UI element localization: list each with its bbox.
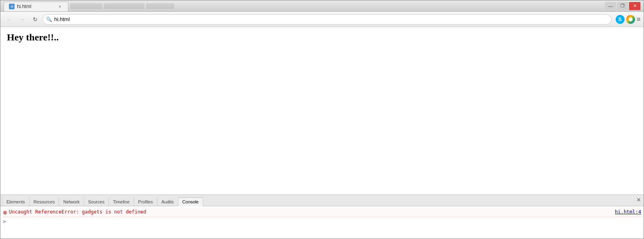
minimize-button[interactable]: — — [605, 2, 616, 10]
prompt-char: > — [3, 218, 6, 224]
tab-audits[interactable]: Audits — [157, 197, 178, 206]
tab-console[interactable]: Console — [178, 197, 203, 206]
console-error-line: ⊗ Uncaught ReferenceError: gadgets is no… — [3, 208, 641, 217]
tab-timeline[interactable]: Timeline — [109, 197, 134, 206]
title-bar: ⚙ hi.html × — ❐ ✕ — [0, 0, 644, 12]
close-window-button[interactable]: ✕ — [629, 2, 640, 10]
devtools-close-button[interactable]: ✕ — [636, 197, 641, 203]
error-source-link[interactable]: hi.html:4 — [615, 209, 641, 215]
forward-button[interactable]: → — [17, 14, 28, 25]
blurred-tab-3 — [146, 3, 174, 9]
devtools-content: ⊗ Uncaught ReferenceError: gadgets is no… — [0, 206, 644, 239]
search-icon: 🔍 — [46, 17, 52, 22]
maximize-button[interactable]: ❐ — [617, 2, 628, 10]
page-content: Hey there!!.. — [0, 27, 644, 195]
nav-right-icons: S ≡ — [616, 15, 640, 24]
blurred-tab-2 — [104, 3, 144, 9]
main-area: Hey there!!.. Elements Resources Network… — [0, 27, 644, 239]
page-heading: Hey there!!.. — [7, 32, 637, 43]
chrome-menu-button[interactable]: ≡ — [637, 16, 640, 23]
tab-profiles[interactable]: Profiles — [134, 197, 157, 206]
chrome-avatar-icon[interactable] — [626, 15, 635, 24]
tab-close-button[interactable]: × — [57, 3, 63, 10]
tab-resources[interactable]: Resources — [30, 197, 59, 206]
other-tabs-area — [68, 3, 605, 9]
tab-title: hi.html — [17, 4, 54, 9]
blurred-tab-1 — [70, 3, 102, 9]
reload-button[interactable]: ↻ — [30, 14, 41, 25]
browser-tab[interactable]: ⚙ hi.html × — [4, 2, 68, 11]
skype-icon[interactable]: S — [616, 15, 625, 24]
back-button[interactable]: ← — [4, 14, 15, 25]
console-prompt-line: > — [3, 217, 641, 226]
error-icon: ⊗ — [3, 209, 7, 216]
nav-bar: ← → ↻ 🔍 S ≡ — [0, 12, 644, 27]
error-message: Uncaught ReferenceError: gadgets is not … — [9, 209, 613, 215]
browser-window: ⚙ hi.html × — ❐ ✕ ← → ↻ 🔍 S ≡ — [0, 0, 644, 239]
tab-sources[interactable]: Sources — [84, 197, 109, 206]
address-bar-container: 🔍 — [42, 14, 612, 25]
devtools-tabs: Elements Resources Network Sources Timel… — [0, 195, 644, 206]
devtools-panel: Elements Resources Network Sources Timel… — [0, 195, 644, 239]
window-controls: — ❐ ✕ — [605, 2, 640, 10]
tab-network[interactable]: Network — [59, 197, 84, 206]
tab-elements[interactable]: Elements — [2, 197, 30, 206]
address-input[interactable] — [42, 14, 612, 25]
tab-favicon: ⚙ — [9, 4, 15, 9]
